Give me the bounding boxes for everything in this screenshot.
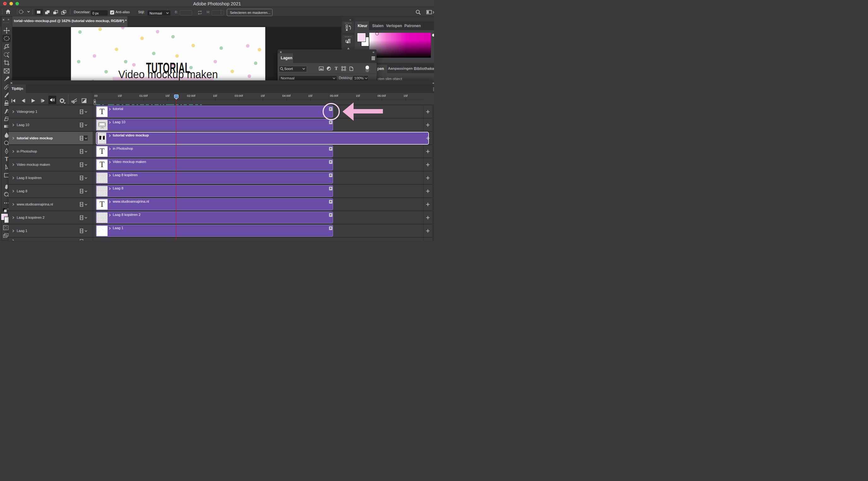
svg-text:T: T: [5, 156, 8, 162]
